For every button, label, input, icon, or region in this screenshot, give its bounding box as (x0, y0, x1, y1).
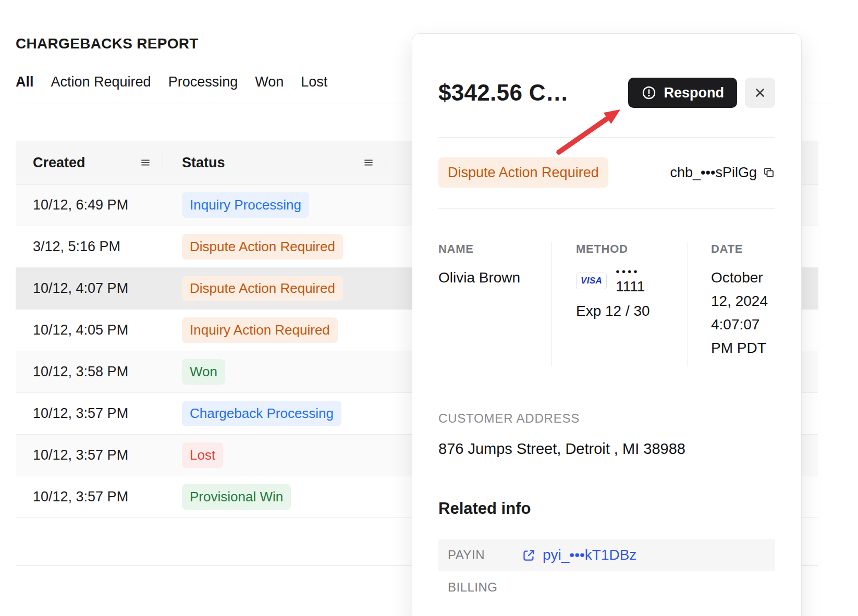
copy-icon (763, 166, 775, 179)
panel-header-actions: Respond (628, 78, 775, 108)
chargeback-detail-panel: $342.56 C… Respond Di (412, 33, 802, 616)
external-link-icon (522, 548, 536, 562)
status-badge: Lost (182, 442, 223, 468)
status-cell: Won (163, 359, 386, 385)
status-badge: Chargeback Processing (182, 401, 341, 426)
alert-circle-icon (641, 85, 657, 101)
date-column: DATE October 12, 2024 4:07:07 PM PDT (688, 242, 775, 366)
payin-label: PAYIN (448, 548, 522, 562)
hamburger-icon (140, 157, 151, 168)
status-cell: Dispute Action Required (163, 276, 386, 301)
date-label: DATE (711, 242, 770, 256)
status-badge: Inquiry Action Required (182, 317, 338, 343)
panel-divider (438, 137, 775, 138)
created-cell: 10/12, 3:58 PM (16, 364, 163, 380)
payin-id: pyi_•••kT1DBz (543, 547, 636, 563)
status-badge: Won (182, 359, 225, 385)
card-last4: 1111 (616, 277, 645, 296)
customer-address-label: CUSTOMER ADDRESS (438, 411, 775, 426)
dispute-time: 4:07:07 PM PDT (711, 313, 770, 360)
related-row-billing: BILLING (438, 571, 775, 603)
card-masked-dots: •••• (616, 265, 645, 277)
status-column-label: Status (182, 155, 225, 171)
respond-button-label: Respond (664, 85, 724, 101)
status-cell: Inquiry Action Required (163, 317, 386, 343)
tab-processing[interactable]: Processing (168, 74, 238, 90)
created-column-menu-icon[interactable] (140, 157, 151, 168)
created-column-label: Created (33, 155, 85, 171)
close-icon (753, 86, 767, 100)
status-cell: Dispute Action Required (163, 234, 386, 260)
related-info-rows: PAYIN pyi_•••kT1DBz BILLING (438, 539, 775, 603)
customer-name: Olivia Brown (438, 266, 546, 290)
status-badge: Inquiry Processing (182, 192, 309, 218)
column-header-created: Created (16, 141, 163, 184)
status-column-menu-icon[interactable] (363, 157, 374, 168)
status-cell: Lost (163, 442, 386, 468)
name-label: NAME (438, 242, 546, 256)
created-cell: 10/12, 3:57 PM (16, 405, 163, 422)
created-cell: 10/12, 4:07 PM (16, 280, 163, 297)
method-column: METHOD VISA •••• 1111 Exp 12 / 30 (551, 242, 688, 366)
related-row-payin: PAYIN pyi_•••kT1DBz (438, 539, 775, 571)
column-header-status: Status (163, 141, 386, 184)
created-cell: 10/12, 3:57 PM (16, 447, 163, 463)
customer-address-value: 876 Jumps Street, Detroit , MI 38988 (438, 440, 775, 458)
customer-address-block: CUSTOMER ADDRESS 876 Jumps Street, Detro… (438, 411, 775, 458)
respond-button[interactable]: Respond (628, 78, 737, 108)
created-cell: 10/12, 3:57 PM (16, 489, 163, 505)
created-cell: 3/12, 5:16 PM (16, 239, 163, 255)
name-column: NAME Olivia Brown (438, 242, 551, 366)
status-badge: Provisional Win (182, 484, 291, 510)
panel-divider (438, 208, 775, 209)
card-expiry: Exp 12 / 30 (576, 303, 682, 319)
payin-link[interactable]: pyi_•••kT1DBz (522, 547, 636, 563)
method-label: METHOD (576, 242, 682, 256)
panel-title-amount: $342.56 C… (438, 80, 569, 106)
card-row: VISA •••• 1111 (576, 265, 682, 296)
status-badge: Dispute Action Required (182, 276, 343, 301)
status-cell: Inquiry Processing (163, 192, 386, 218)
created-cell: 10/12, 4:05 PM (16, 322, 163, 338)
chargeback-id: chb_•••sPilGg (670, 165, 757, 181)
dispute-status-row: Dispute Action Required chb_•••sPilGg (438, 157, 775, 188)
panel-header: $342.56 C… Respond (438, 78, 775, 108)
chargeback-details: NAME Olivia Brown METHOD VISA •••• 1111 … (438, 242, 775, 366)
copy-id-button[interactable] (763, 166, 775, 179)
status-badge: Dispute Action Required (182, 234, 343, 260)
close-button[interactable] (745, 78, 775, 108)
tab-action-required[interactable]: Action Required (51, 74, 151, 90)
created-cell: 10/12, 6:49 PM (16, 197, 163, 213)
status-cell: Chargeback Processing (163, 401, 386, 426)
tab-all[interactable]: All (16, 74, 34, 90)
related-info-title: Related info (438, 499, 775, 518)
status-cell: Provisional Win (163, 484, 386, 510)
dispute-date: October 12, 2024 (711, 266, 770, 313)
billing-label: BILLING (448, 580, 522, 595)
dispute-status-badge: Dispute Action Required (438, 157, 608, 188)
tab-lost[interactable]: Lost (301, 74, 327, 90)
card-number: •••• 1111 (616, 265, 645, 296)
chargeback-id-group: chb_•••sPilGg (670, 165, 775, 181)
visa-logo: VISA (576, 273, 607, 289)
hamburger-icon (363, 157, 374, 168)
tab-won[interactable]: Won (255, 74, 284, 90)
